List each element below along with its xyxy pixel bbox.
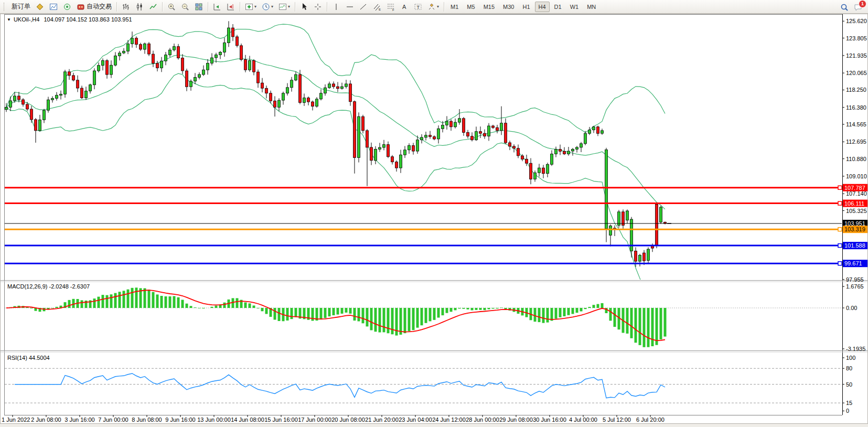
signals-icon[interactable] xyxy=(61,1,73,13)
candle xyxy=(198,74,201,78)
hline-handle[interactable] xyxy=(838,262,842,265)
candle xyxy=(588,130,591,134)
candle xyxy=(416,140,419,151)
candle xyxy=(236,37,239,46)
candle xyxy=(173,47,176,50)
candle xyxy=(81,88,83,98)
chart-shift-icon[interactable] xyxy=(224,1,237,13)
candle xyxy=(446,121,448,125)
candlestick-icon[interactable] xyxy=(133,1,146,13)
candle xyxy=(559,150,562,152)
candle xyxy=(102,60,104,65)
symbols-icon[interactable] xyxy=(34,1,46,13)
fibonacci-icon[interactable]: F xyxy=(384,1,397,13)
label-icon[interactable]: T xyxy=(412,1,424,13)
template-icon[interactable]: ▾ xyxy=(276,1,292,13)
candle xyxy=(517,148,520,156)
notification-badge: 1 xyxy=(859,0,866,8)
zoom-out-icon[interactable] xyxy=(179,1,191,13)
hline-handle[interactable] xyxy=(838,244,842,248)
price-axis-label: 121.935 xyxy=(846,52,867,59)
timeframe-m30-button[interactable]: M30 xyxy=(499,2,518,12)
candle xyxy=(98,66,100,71)
timeframe-h1-button[interactable]: H1 xyxy=(519,2,533,12)
candle xyxy=(425,135,427,137)
dropdown-arrow-icon[interactable]: ▾ xyxy=(271,4,273,9)
svg-text:T: T xyxy=(417,4,420,9)
candle xyxy=(467,133,469,136)
candle xyxy=(639,255,641,262)
candle xyxy=(404,150,406,155)
candle xyxy=(505,123,507,143)
chart-window-icon[interactable] xyxy=(47,1,60,13)
add-indicator-icon[interactable]: ▾ xyxy=(243,1,259,13)
timeframe-h4-button[interactable]: H4 xyxy=(535,2,550,12)
candle xyxy=(484,133,486,136)
zoom-in-icon[interactable] xyxy=(165,1,178,13)
periods-icon[interactable]: ▾ xyxy=(260,1,275,13)
rsi-label: RSI(14) 44.5004 xyxy=(7,355,50,361)
candle xyxy=(177,47,180,58)
candle xyxy=(56,95,58,99)
line-chart-icon[interactable] xyxy=(147,1,159,13)
symbol-dropdown-icon[interactable]: ▼ xyxy=(7,17,11,22)
timeframe-mn-button[interactable]: MN xyxy=(583,2,599,12)
vertical-line-icon[interactable] xyxy=(330,1,342,13)
candle xyxy=(85,91,88,98)
candle xyxy=(412,145,415,151)
candle xyxy=(400,155,402,168)
candle xyxy=(249,60,251,70)
toolbar-separator xyxy=(444,2,444,12)
candle xyxy=(18,96,20,100)
timeframe-d1-button[interactable]: D1 xyxy=(551,2,565,12)
candle xyxy=(223,43,226,52)
tile-windows-icon[interactable] xyxy=(192,1,205,13)
timeframe-m15-button[interactable]: M15 xyxy=(480,2,498,12)
autotrade-button-label: 自动交易 xyxy=(87,2,112,11)
hline-handle[interactable] xyxy=(838,186,842,189)
chat-button[interactable]: 1 xyxy=(852,1,864,14)
auto-scroll-icon[interactable] xyxy=(211,1,223,13)
candle xyxy=(291,80,293,88)
search-button[interactable] xyxy=(838,1,851,14)
new-order-button[interactable]: 新订单 xyxy=(8,1,33,13)
time-axis-label: 29 Jun 08:00 xyxy=(499,417,533,423)
bar-chart-icon[interactable] xyxy=(120,1,132,13)
candle xyxy=(190,81,192,87)
autotrade-button[interactable]: 自动交易 xyxy=(74,1,114,13)
time-axis-label: 20 Jun 08:00 xyxy=(331,417,365,423)
hline-handle[interactable] xyxy=(838,201,842,205)
text-icon[interactable]: A xyxy=(398,1,411,13)
time-axis-label: 4 Jul 00:00 xyxy=(569,417,597,423)
dropdown-arrow-icon[interactable]: ▾ xyxy=(254,4,256,9)
candle xyxy=(9,101,12,107)
candle xyxy=(110,65,113,74)
trendline-icon[interactable] xyxy=(357,1,370,13)
dropdown-arrow-icon[interactable]: ▾ xyxy=(288,4,290,9)
candle xyxy=(601,131,604,133)
hline-handle[interactable] xyxy=(838,228,842,231)
time-axis-label: 1 Jun 2022 xyxy=(2,417,30,423)
price-badge-label: 101.588 xyxy=(844,242,865,249)
shapes-icon[interactable]: ▾ xyxy=(425,1,441,13)
dropdown-arrow-icon[interactable]: ▾ xyxy=(437,4,439,9)
candle xyxy=(433,137,436,139)
timeframe-w1-button[interactable]: W1 xyxy=(566,2,583,12)
toolbar-separator xyxy=(327,2,327,12)
crosshair-icon[interactable] xyxy=(312,1,324,13)
candle xyxy=(5,107,8,109)
timeframe-m5-button[interactable]: M5 xyxy=(463,2,478,12)
candle xyxy=(374,150,377,161)
time-axis-label: 6 Jul 20:00 xyxy=(636,417,665,423)
channel-icon[interactable]: E xyxy=(371,1,383,13)
candle xyxy=(463,119,465,133)
price-axis-label: 105.325 xyxy=(846,208,867,214)
cursor-icon[interactable] xyxy=(298,1,310,13)
time-axis-label: 9 Jun 16:00 xyxy=(165,417,196,423)
candle xyxy=(387,145,390,157)
timeframe-m1-button[interactable]: M1 xyxy=(447,2,462,12)
horizontal-line-icon[interactable] xyxy=(344,1,356,13)
candle xyxy=(370,147,373,161)
time-axis-label: 17 Jun 00:00 xyxy=(298,417,331,423)
chart-canvas[interactable]: 125.620123.805121.935120.065118.250116.3… xyxy=(0,0,868,427)
